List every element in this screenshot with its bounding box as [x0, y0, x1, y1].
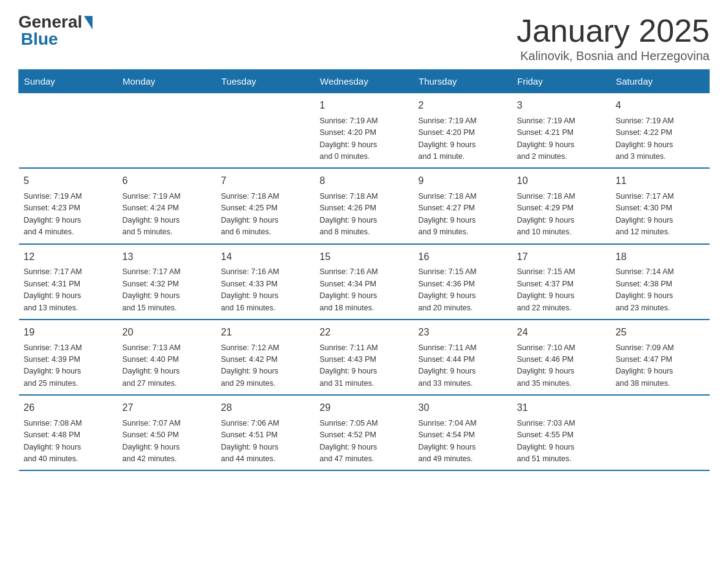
day-number: 23 [419, 325, 507, 340]
day-number: 31 [517, 400, 606, 416]
day-info: Sunrise: 7:14 AM Sunset: 4:38 PM Dayligh… [616, 266, 705, 314]
calendar-header-monday: Monday [118, 70, 216, 93]
calendar-week-row: 1Sunrise: 7:19 AM Sunset: 4:20 PM Daylig… [19, 93, 710, 169]
day-number: 18 [616, 250, 705, 265]
calendar-cell: 27Sunrise: 7:07 AM Sunset: 4:50 PM Dayli… [118, 395, 216, 470]
day-number: 12 [24, 250, 113, 265]
day-number: 20 [123, 325, 211, 340]
calendar-cell: 24Sunrise: 7:10 AM Sunset: 4:46 PM Dayli… [512, 320, 611, 395]
calendar-cell: 21Sunrise: 7:12 AM Sunset: 4:42 PM Dayli… [216, 320, 315, 395]
day-info: Sunrise: 7:13 AM Sunset: 4:40 PM Dayligh… [123, 342, 211, 390]
logo: General Blue [18, 12, 93, 49]
day-number: 17 [517, 250, 606, 265]
day-info: Sunrise: 7:07 AM Sunset: 4:50 PM Dayligh… [123, 418, 211, 465]
day-info: Sunrise: 7:06 AM Sunset: 4:51 PM Dayligh… [221, 418, 310, 465]
day-info: Sunrise: 7:08 AM Sunset: 4:48 PM Dayligh… [24, 418, 113, 465]
calendar-cell: 14Sunrise: 7:16 AM Sunset: 4:33 PM Dayli… [216, 244, 315, 320]
day-info: Sunrise: 7:16 AM Sunset: 4:33 PM Dayligh… [221, 266, 310, 314]
day-number: 8 [320, 174, 409, 189]
day-number: 14 [221, 250, 310, 265]
day-number: 22 [320, 325, 409, 340]
calendar-cell: 2Sunrise: 7:19 AM Sunset: 4:20 PM Daylig… [414, 93, 512, 169]
day-info: Sunrise: 7:19 AM Sunset: 4:21 PM Dayligh… [517, 115, 606, 163]
month-title: January 2025 [517, 12, 710, 49]
day-number: 1 [320, 98, 409, 113]
day-info: Sunrise: 7:16 AM Sunset: 4:34 PM Dayligh… [320, 266, 409, 314]
day-number: 6 [123, 174, 211, 189]
calendar-header-sunday: Sunday [19, 70, 118, 93]
calendar-cell: 25Sunrise: 7:09 AM Sunset: 4:47 PM Dayli… [611, 320, 710, 395]
page-header: General Blue January 2025 Kalinovik, Bos… [18, 12, 710, 63]
day-info: Sunrise: 7:11 AM Sunset: 4:44 PM Dayligh… [419, 342, 507, 390]
day-number: 30 [419, 400, 507, 416]
calendar-header-wednesday: Wednesday [315, 70, 414, 93]
day-info: Sunrise: 7:11 AM Sunset: 4:43 PM Dayligh… [320, 342, 409, 390]
day-number: 24 [517, 325, 606, 340]
day-info: Sunrise: 7:15 AM Sunset: 4:37 PM Dayligh… [517, 266, 606, 314]
calendar-cell: 4Sunrise: 7:19 AM Sunset: 4:22 PM Daylig… [611, 93, 710, 169]
day-number: 11 [616, 174, 705, 189]
calendar-cell: 28Sunrise: 7:06 AM Sunset: 4:51 PM Dayli… [216, 395, 315, 470]
calendar-cell: 13Sunrise: 7:17 AM Sunset: 4:32 PM Dayli… [118, 244, 216, 320]
day-number: 5 [24, 174, 113, 189]
day-info: Sunrise: 7:17 AM Sunset: 4:30 PM Dayligh… [616, 191, 705, 239]
day-info: Sunrise: 7:19 AM Sunset: 4:24 PM Dayligh… [123, 191, 211, 239]
day-number: 16 [419, 250, 507, 265]
calendar-cell: 17Sunrise: 7:15 AM Sunset: 4:37 PM Dayli… [512, 244, 611, 320]
calendar-cell [216, 93, 315, 169]
calendar-cell [611, 395, 710, 470]
day-number: 2 [419, 98, 507, 113]
day-info: Sunrise: 7:10 AM Sunset: 4:46 PM Dayligh… [517, 342, 606, 390]
logo-blue-text: Blue [18, 29, 58, 49]
calendar-cell: 31Sunrise: 7:03 AM Sunset: 4:55 PM Dayli… [512, 395, 611, 470]
day-number: 10 [517, 174, 606, 189]
day-info: Sunrise: 7:18 AM Sunset: 4:26 PM Dayligh… [320, 191, 409, 239]
calendar-week-row: 19Sunrise: 7:13 AM Sunset: 4:39 PM Dayli… [19, 320, 710, 395]
day-number: 29 [320, 400, 409, 416]
calendar-header-friday: Friday [512, 70, 611, 93]
calendar-week-row: 12Sunrise: 7:17 AM Sunset: 4:31 PM Dayli… [19, 244, 710, 320]
day-number: 3 [517, 98, 606, 113]
title-area: January 2025 Kalinovik, Bosnia and Herze… [517, 12, 710, 63]
day-info: Sunrise: 7:09 AM Sunset: 4:47 PM Dayligh… [616, 342, 705, 390]
day-info: Sunrise: 7:19 AM Sunset: 4:23 PM Dayligh… [24, 191, 113, 239]
day-info: Sunrise: 7:18 AM Sunset: 4:29 PM Dayligh… [517, 191, 606, 239]
day-number: 25 [616, 325, 705, 340]
day-info: Sunrise: 7:18 AM Sunset: 4:25 PM Dayligh… [221, 191, 310, 239]
day-number: 21 [221, 325, 310, 340]
calendar-header-saturday: Saturday [611, 70, 710, 93]
calendar-cell: 9Sunrise: 7:18 AM Sunset: 4:27 PM Daylig… [414, 168, 512, 243]
calendar-week-row: 5Sunrise: 7:19 AM Sunset: 4:23 PM Daylig… [19, 168, 710, 243]
day-info: Sunrise: 7:18 AM Sunset: 4:27 PM Dayligh… [419, 191, 507, 239]
calendar-cell: 8Sunrise: 7:18 AM Sunset: 4:26 PM Daylig… [315, 168, 414, 243]
day-number: 15 [320, 250, 409, 265]
calendar-cell: 15Sunrise: 7:16 AM Sunset: 4:34 PM Dayli… [315, 244, 414, 320]
calendar-cell: 7Sunrise: 7:18 AM Sunset: 4:25 PM Daylig… [216, 168, 315, 243]
day-info: Sunrise: 7:17 AM Sunset: 4:31 PM Dayligh… [24, 266, 113, 314]
calendar-header-tuesday: Tuesday [216, 70, 315, 93]
calendar-cell: 1Sunrise: 7:19 AM Sunset: 4:20 PM Daylig… [315, 93, 414, 169]
day-info: Sunrise: 7:04 AM Sunset: 4:54 PM Dayligh… [419, 418, 507, 465]
calendar-cell [118, 93, 216, 169]
calendar-cell: 23Sunrise: 7:11 AM Sunset: 4:44 PM Dayli… [414, 320, 512, 395]
calendar-cell: 10Sunrise: 7:18 AM Sunset: 4:29 PM Dayli… [512, 168, 611, 243]
day-info: Sunrise: 7:19 AM Sunset: 4:20 PM Dayligh… [419, 115, 507, 163]
day-info: Sunrise: 7:13 AM Sunset: 4:39 PM Dayligh… [24, 342, 113, 390]
day-info: Sunrise: 7:19 AM Sunset: 4:20 PM Dayligh… [320, 115, 409, 163]
calendar-cell: 6Sunrise: 7:19 AM Sunset: 4:24 PM Daylig… [118, 168, 216, 243]
calendar-cell: 30Sunrise: 7:04 AM Sunset: 4:54 PM Dayli… [414, 395, 512, 470]
calendar-cell: 11Sunrise: 7:17 AM Sunset: 4:30 PM Dayli… [611, 168, 710, 243]
day-info: Sunrise: 7:12 AM Sunset: 4:42 PM Dayligh… [221, 342, 310, 390]
calendar-cell: 16Sunrise: 7:15 AM Sunset: 4:36 PM Dayli… [414, 244, 512, 320]
calendar-cell: 29Sunrise: 7:05 AM Sunset: 4:52 PM Dayli… [315, 395, 414, 470]
day-info: Sunrise: 7:03 AM Sunset: 4:55 PM Dayligh… [517, 418, 606, 465]
calendar-week-row: 26Sunrise: 7:08 AM Sunset: 4:48 PM Dayli… [19, 395, 710, 470]
calendar-cell: 20Sunrise: 7:13 AM Sunset: 4:40 PM Dayli… [118, 320, 216, 395]
day-info: Sunrise: 7:05 AM Sunset: 4:52 PM Dayligh… [320, 418, 409, 465]
day-number: 28 [221, 400, 310, 416]
day-info: Sunrise: 7:17 AM Sunset: 4:32 PM Dayligh… [123, 266, 211, 314]
day-number: 4 [616, 98, 705, 113]
calendar-table: SundayMondayTuesdayWednesdayThursdayFrid… [18, 69, 710, 471]
calendar-cell: 5Sunrise: 7:19 AM Sunset: 4:23 PM Daylig… [19, 168, 118, 243]
calendar-header-thursday: Thursday [414, 70, 512, 93]
